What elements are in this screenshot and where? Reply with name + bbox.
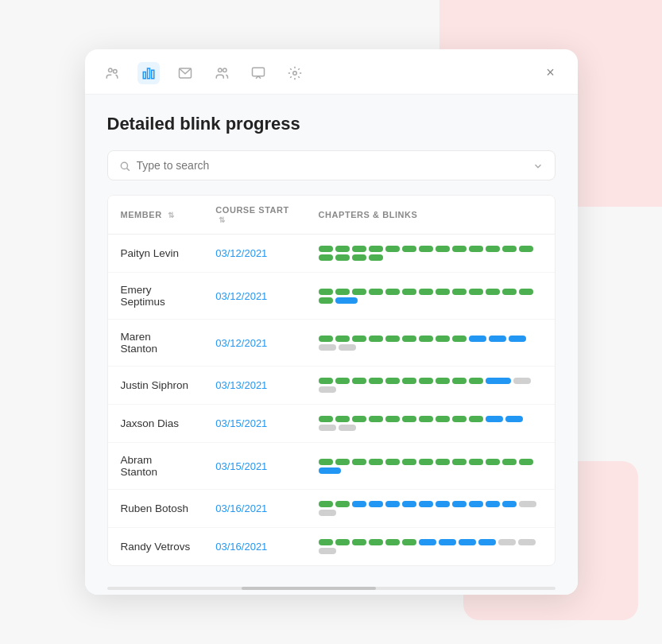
- progress-segment-green: [452, 246, 466, 252]
- cell-progress: [306, 443, 555, 490]
- progress-segment-green: [335, 336, 350, 342]
- progress-segment-green: [319, 539, 333, 545]
- progress-segment-gray: [319, 386, 336, 393]
- progress-segment-green: [436, 459, 450, 465]
- cell-member: Abram Stanton: [108, 443, 203, 490]
- progress-bar: [319, 246, 539, 261]
- progress-segment-green: [519, 246, 533, 252]
- progress-segment-green: [502, 459, 517, 465]
- progress-segment-green: [402, 246, 416, 252]
- progress-segment-green: [452, 289, 466, 295]
- progress-segment-gray: [513, 378, 531, 384]
- progress-segment-green: [436, 378, 450, 384]
- cell-date: 03/12/2021: [203, 273, 305, 320]
- tab-mail[interactable]: [174, 62, 196, 84]
- progress-segment-green: [436, 289, 450, 295]
- progress-segment-gray: [319, 344, 336, 351]
- progress-segment-green: [352, 378, 366, 384]
- cell-member: Emery Septimus: [108, 273, 203, 320]
- close-button[interactable]: ×: [540, 62, 562, 84]
- progress-segment-gray: [518, 539, 536, 545]
- progress-segment-green: [369, 336, 383, 342]
- progress-bar: [319, 416, 539, 431]
- progress-segment-green: [519, 459, 533, 465]
- progress-segment-green: [469, 416, 483, 422]
- progress-segment-blue: [385, 501, 400, 507]
- chevron-down-icon: [532, 159, 544, 172]
- progress-segment-green: [419, 416, 433, 422]
- progress-segment-blue: [502, 501, 517, 507]
- progress-segment-blue: [352, 501, 366, 507]
- progress-segment-green: [352, 246, 366, 252]
- cell-member: Randy Vetrovs: [108, 528, 203, 566]
- table-row: Maren Stanton03/12/2021: [108, 320, 555, 367]
- progress-segment-green: [369, 289, 383, 295]
- progress-segment-blue: [439, 539, 456, 545]
- tab-chart[interactable]: [137, 62, 160, 84]
- progress-segment-green: [436, 246, 450, 252]
- scroll-area: [85, 582, 578, 595]
- progress-segment-green: [319, 246, 333, 252]
- table-header-row: MEMBER ⇅ COURSE START ⇅ CHAPTERS & BLINK…: [108, 196, 555, 235]
- progress-bar: [319, 336, 539, 351]
- progress-segment-green: [402, 336, 416, 342]
- progress-segment-blue: [369, 501, 383, 507]
- progress-segment-green: [402, 459, 416, 465]
- cell-progress: [306, 320, 555, 367]
- progress-segment-gray: [319, 548, 336, 554]
- col-header-chapters-blinks: CHAPTERS & BLINKS: [306, 196, 555, 235]
- progress-segment-green: [486, 246, 500, 252]
- progress-segment-green: [352, 289, 366, 295]
- progress-segment-green: [419, 289, 433, 295]
- progress-segment-green: [452, 416, 466, 422]
- search-input[interactable]: [137, 159, 532, 172]
- col-header-course-start[interactable]: COURSE START ⇅: [203, 196, 305, 235]
- progress-segment-green: [436, 416, 450, 422]
- progress-segment-green: [469, 459, 483, 465]
- tab-group[interactable]: [211, 62, 233, 84]
- progress-segment-green: [469, 378, 483, 384]
- cell-progress: [306, 405, 555, 443]
- progress-bar: [319, 539, 539, 554]
- cell-date: 03/12/2021: [203, 320, 305, 367]
- table-row: Paityn Levin03/12/2021: [108, 235, 555, 273]
- progress-segment-blue: [459, 539, 476, 545]
- cell-member: Ruben Botosh: [108, 490, 203, 528]
- search-bar[interactable]: [107, 150, 556, 180]
- tab-users[interactable]: [101, 62, 123, 84]
- progress-segment-blue: [419, 539, 436, 545]
- progress-segment-green: [369, 246, 383, 252]
- cell-progress: [306, 273, 555, 320]
- progress-segment-green: [402, 378, 416, 384]
- tab-screen[interactable]: [247, 62, 269, 84]
- progress-segment-green: [419, 336, 433, 342]
- progress-segment-green: [502, 289, 517, 295]
- progress-segment-green: [469, 289, 483, 295]
- cell-member: Jaxson Dias: [108, 405, 203, 443]
- svg-line-11: [126, 169, 129, 171]
- progress-segment-green: [319, 254, 333, 261]
- progress-segment-blue: [319, 467, 341, 474]
- col-header-member[interactable]: MEMBER ⇅: [108, 196, 203, 235]
- progress-segment-blue: [486, 378, 511, 384]
- progress-segment-green: [402, 539, 416, 545]
- progress-segment-green: [385, 539, 400, 545]
- progress-segment-blue: [486, 416, 503, 422]
- progress-segment-green: [402, 416, 416, 422]
- progress-segment-green: [436, 336, 450, 342]
- progress-segment-green: [352, 416, 366, 422]
- svg-point-7: [223, 68, 226, 72]
- svg-point-6: [218, 68, 222, 72]
- data-table: MEMBER ⇅ COURSE START ⇅ CHAPTERS & BLINK…: [107, 195, 556, 566]
- table-row: Emery Septimus03/12/2021: [108, 273, 555, 320]
- tab-settings[interactable]: [284, 62, 306, 84]
- progress-segment-green: [369, 254, 383, 261]
- svg-point-1: [113, 69, 117, 73]
- svg-rect-2: [143, 72, 145, 78]
- cell-member: Paityn Levin: [108, 235, 203, 273]
- cell-member: Justin Siphron: [108, 367, 203, 405]
- progress-bar: [319, 459, 539, 474]
- table-row: Jaxson Dias03/15/2021: [108, 405, 555, 443]
- progress-segment-green: [369, 539, 383, 545]
- progress-segment-green: [385, 336, 400, 342]
